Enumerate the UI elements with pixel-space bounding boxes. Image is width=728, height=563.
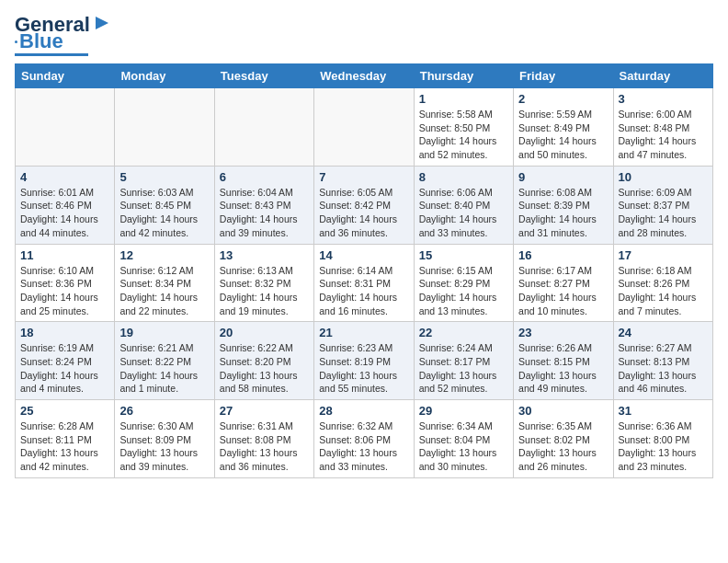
calendar-cell: 20Sunrise: 6:22 AM Sunset: 8:20 PM Dayli… (214, 322, 313, 400)
calendar-cell: 9Sunrise: 6:08 AM Sunset: 8:39 PM Daylig… (514, 166, 613, 244)
calendar-week-row: 18Sunrise: 6:19 AM Sunset: 8:24 PM Dayli… (16, 322, 713, 400)
calendar-cell: 25Sunrise: 6:28 AM Sunset: 8:11 PM Dayli… (16, 400, 115, 478)
day-number: 17 (619, 248, 708, 262)
calendar-week-row: 25Sunrise: 6:28 AM Sunset: 8:11 PM Dayli… (16, 400, 713, 478)
day-info: Sunrise: 6:10 AM Sunset: 8:36 PM Dayligh… (20, 264, 109, 318)
calendar-cell: 15Sunrise: 6:15 AM Sunset: 8:29 PM Dayli… (414, 244, 513, 322)
day-of-week-header: Sunday (16, 64, 115, 88)
day-info: Sunrise: 6:06 AM Sunset: 8:40 PM Dayligh… (419, 186, 508, 240)
calendar-week-row: 11Sunrise: 6:10 AM Sunset: 8:36 PM Dayli… (16, 244, 713, 322)
day-info: Sunrise: 6:23 AM Sunset: 8:19 PM Dayligh… (319, 341, 408, 396)
calendar-cell: 27Sunrise: 6:31 AM Sunset: 8:08 PM Dayli… (214, 400, 313, 478)
day-info: Sunrise: 6:00 AM Sunset: 8:48 PM Dayligh… (619, 108, 708, 162)
calendar-header-row: SundayMondayTuesdayWednesdayThursdayFrid… (16, 64, 713, 88)
day-info: Sunrise: 6:12 AM Sunset: 8:34 PM Dayligh… (119, 264, 209, 318)
day-number: 1 (419, 92, 508, 106)
day-number: 20 (220, 326, 309, 339)
calendar-cell: 29Sunrise: 6:34 AM Sunset: 8:04 PM Dayli… (414, 400, 513, 478)
day-info: Sunrise: 6:36 AM Sunset: 8:00 PM Dayligh… (619, 419, 708, 474)
day-number: 29 (419, 404, 508, 418)
svg-marker-0 (96, 17, 108, 29)
day-number: 28 (319, 404, 408, 418)
day-number: 27 (220, 404, 309, 418)
calendar-cell: 17Sunrise: 6:18 AM Sunset: 8:26 PM Dayli… (613, 244, 712, 322)
day-number: 30 (518, 404, 608, 418)
day-of-week-header: Tuesday (214, 64, 313, 88)
day-number: 6 (220, 170, 309, 184)
calendar-cell: 26Sunrise: 6:30 AM Sunset: 8:09 PM Dayli… (115, 400, 214, 478)
calendar-cell: 13Sunrise: 6:13 AM Sunset: 8:32 PM Dayli… (214, 244, 313, 322)
calendar-cell: 18Sunrise: 6:19 AM Sunset: 8:24 PM Dayli… (16, 322, 115, 400)
day-number: 2 (518, 92, 608, 106)
day-number: 18 (20, 326, 109, 339)
calendar-cell: 10Sunrise: 6:09 AM Sunset: 8:37 PM Dayli… (613, 166, 712, 244)
calendar-cell: 8Sunrise: 6:06 AM Sunset: 8:40 PM Daylig… (414, 166, 513, 244)
day-info: Sunrise: 6:09 AM Sunset: 8:37 PM Dayligh… (619, 186, 708, 240)
logo-icon (92, 13, 112, 33)
calendar-cell: 7Sunrise: 6:05 AM Sunset: 8:42 PM Daylig… (314, 166, 414, 244)
calendar-cell: 19Sunrise: 6:21 AM Sunset: 8:22 PM Dayli… (115, 322, 214, 400)
day-info: Sunrise: 6:26 AM Sunset: 8:15 PM Dayligh… (518, 341, 608, 396)
day-number: 13 (220, 248, 309, 262)
calendar-cell (16, 88, 115, 167)
calendar-cell: 3Sunrise: 6:00 AM Sunset: 8:48 PM Daylig… (613, 88, 712, 167)
day-number: 31 (619, 404, 708, 418)
calendar-cell: 21Sunrise: 6:23 AM Sunset: 8:19 PM Dayli… (314, 322, 414, 400)
calendar-cell (314, 88, 414, 167)
calendar-cell: 30Sunrise: 6:35 AM Sunset: 8:02 PM Dayli… (514, 400, 613, 478)
day-info: Sunrise: 6:22 AM Sunset: 8:20 PM Dayligh… (220, 341, 309, 396)
day-number: 24 (619, 326, 708, 339)
calendar-cell: 4Sunrise: 6:01 AM Sunset: 8:46 PM Daylig… (16, 166, 115, 244)
calendar-cell: 6Sunrise: 6:04 AM Sunset: 8:43 PM Daylig… (214, 166, 313, 244)
calendar-cell: 12Sunrise: 6:12 AM Sunset: 8:34 PM Dayli… (115, 244, 214, 322)
day-number: 3 (619, 92, 708, 106)
day-number: 7 (319, 170, 408, 184)
day-number: 9 (518, 170, 608, 184)
day-number: 23 (518, 326, 608, 339)
logo-underline (15, 53, 88, 56)
day-number: 26 (119, 404, 209, 418)
day-of-week-header: Thursday (414, 64, 513, 88)
calendar-table: SundayMondayTuesdayWednesdayThursdayFrid… (15, 63, 713, 478)
day-info: Sunrise: 6:31 AM Sunset: 8:08 PM Dayligh… (220, 419, 309, 474)
calendar-cell: 31Sunrise: 6:36 AM Sunset: 8:00 PM Dayli… (613, 400, 712, 478)
calendar-cell (115, 88, 214, 167)
day-number: 25 (20, 404, 109, 418)
calendar-week-row: 1Sunrise: 5:58 AM Sunset: 8:50 PM Daylig… (16, 88, 713, 167)
calendar-cell: 16Sunrise: 6:17 AM Sunset: 8:27 PM Dayli… (514, 244, 613, 322)
day-info: Sunrise: 6:03 AM Sunset: 8:45 PM Dayligh… (119, 186, 209, 240)
calendar-cell: 2Sunrise: 5:59 AM Sunset: 8:49 PM Daylig… (514, 88, 613, 167)
calendar-week-row: 4Sunrise: 6:01 AM Sunset: 8:46 PM Daylig… (16, 166, 713, 244)
day-of-week-header: Wednesday (314, 64, 414, 88)
day-number: 22 (419, 326, 508, 339)
day-of-week-header: Saturday (613, 64, 712, 88)
calendar-cell: 28Sunrise: 6:32 AM Sunset: 8:06 PM Dayli… (314, 400, 414, 478)
day-info: Sunrise: 6:35 AM Sunset: 8:02 PM Dayligh… (518, 419, 608, 474)
calendar-cell: 11Sunrise: 6:10 AM Sunset: 8:36 PM Dayli… (16, 244, 115, 322)
day-number: 19 (119, 326, 209, 339)
day-info: Sunrise: 6:08 AM Sunset: 8:39 PM Dayligh… (518, 186, 608, 240)
day-info: Sunrise: 6:04 AM Sunset: 8:43 PM Dayligh… (220, 186, 309, 240)
day-info: Sunrise: 6:18 AM Sunset: 8:26 PM Dayligh… (619, 264, 708, 318)
day-number: 16 (518, 248, 608, 262)
day-info: Sunrise: 6:27 AM Sunset: 8:13 PM Dayligh… (619, 341, 708, 396)
day-number: 15 (419, 248, 508, 262)
calendar-cell: 22Sunrise: 6:24 AM Sunset: 8:17 PM Dayli… (414, 322, 513, 400)
calendar-cell: 5Sunrise: 6:03 AM Sunset: 8:45 PM Daylig… (115, 166, 214, 244)
logo: General Blue (15, 15, 112, 56)
day-info: Sunrise: 6:14 AM Sunset: 8:31 PM Dayligh… (319, 264, 408, 318)
page-header: General Blue (15, 15, 713, 56)
logo-blue: Blue (19, 31, 63, 52)
day-info: Sunrise: 6:01 AM Sunset: 8:46 PM Dayligh… (20, 186, 109, 240)
calendar-cell (214, 88, 313, 167)
day-number: 21 (319, 326, 408, 339)
day-number: 4 (20, 170, 109, 184)
day-of-week-header: Monday (115, 64, 214, 88)
day-info: Sunrise: 6:24 AM Sunset: 8:17 PM Dayligh… (419, 341, 508, 396)
day-info: Sunrise: 6:19 AM Sunset: 8:24 PM Dayligh… (20, 341, 109, 396)
day-info: Sunrise: 6:32 AM Sunset: 8:06 PM Dayligh… (319, 419, 408, 474)
day-number: 8 (419, 170, 508, 184)
day-info: Sunrise: 6:34 AM Sunset: 8:04 PM Dayligh… (419, 419, 508, 474)
day-of-week-header: Friday (514, 64, 613, 88)
day-number: 12 (119, 248, 209, 262)
